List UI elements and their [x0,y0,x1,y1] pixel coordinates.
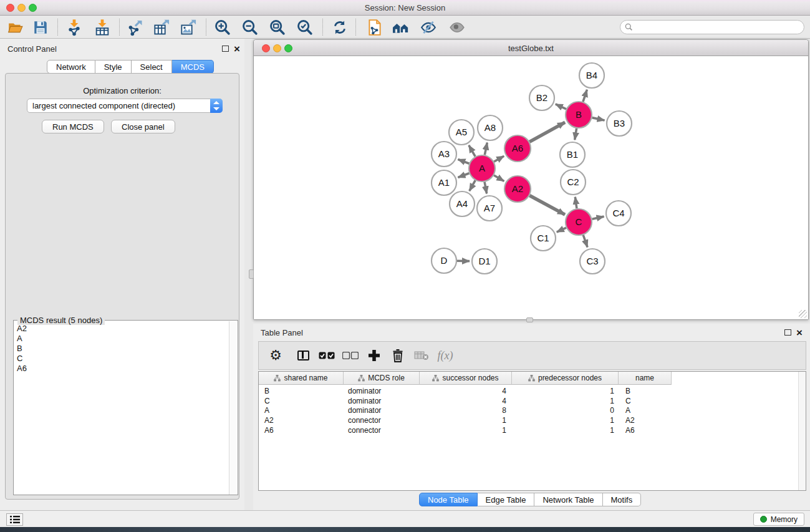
column-header[interactable]: MCDS role [344,372,420,385]
graph-node-A1[interactable]: A1 [432,170,456,195]
graph-node-C4[interactable]: C4 [606,201,631,226]
import-network-button[interactable] [64,17,85,37]
unselect-all-columns-button[interactable] [339,344,362,367]
table-close-icon[interactable]: × [796,330,803,336]
show-log-button[interactable] [6,513,23,526]
select-all-columns-button[interactable] [315,344,339,367]
graph-edge-C-C4[interactable] [592,216,604,219]
graph-node-D[interactable]: D [432,248,456,273]
import-table-button[interactable] [92,17,113,37]
table-scrollbar[interactable] [798,372,806,490]
tab-edge-table[interactable]: Edge Table [478,493,535,506]
table-row[interactable]: A2connector11A2 [259,415,795,425]
graph-edge-A-A3[interactable] [458,159,469,163]
close-panel-button[interactable]: Close panel [111,120,175,133]
save-session-button[interactable] [30,17,51,37]
graph-edge-A-A5[interactable] [469,145,475,157]
tab-network[interactable]: Network [47,60,95,74]
graph-edge-C-C1[interactable] [557,228,566,232]
apply-layout-button[interactable] [329,17,350,37]
column-header[interactable]: predecessor nodes [512,372,619,385]
search-input[interactable] [635,23,791,32]
graph-edge-A-A7[interactable] [485,182,487,194]
graph-node-B4[interactable]: B4 [579,63,604,88]
hide-panel-button[interactable] [418,17,439,37]
mcds-scrollbar[interactable] [229,321,237,495]
mcds-result-item[interactable]: B [14,343,229,353]
export-table-button[interactable] [152,17,173,37]
delete-column-button[interactable] [386,344,410,367]
graph-node-B3[interactable]: B3 [607,111,632,136]
mcds-result-item[interactable]: C [14,353,229,363]
open-session-button[interactable] [5,17,26,37]
zoom-in-button[interactable] [212,17,233,37]
network-from-file-button[interactable] [364,17,385,37]
graph-edge-A-A2[interactable] [494,175,504,181]
zoom-out-button[interactable] [239,17,261,37]
graph-node-A7[interactable]: A7 [477,196,502,221]
export-image-button[interactable] [178,17,200,37]
graph-edge-B-B4[interactable] [583,90,587,102]
graph-node-B2[interactable]: B2 [529,85,554,110]
splitter-grip-left[interactable] [249,269,254,279]
table-float-icon[interactable] [784,329,791,336]
graph-node-C[interactable]: C [566,209,592,235]
graph-node-C3[interactable]: C3 [580,249,605,274]
graph-node-D1[interactable]: D1 [472,249,497,274]
mcds-result-list[interactable]: A2ABCA6 [14,323,229,373]
graph-edge-B-B1[interactable] [575,128,577,140]
column-header[interactable]: name [619,372,672,385]
graph-edge-A-A4[interactable] [470,180,475,191]
tab-network-table[interactable]: Network Table [534,493,602,506]
table-row[interactable]: Bdominator41B [259,386,795,396]
column-header[interactable]: successor nodes [420,372,512,385]
create-column-button[interactable] [362,344,386,367]
graph-edge-C-C2[interactable] [575,197,577,208]
tab-mcds[interactable]: MCDS [172,60,214,74]
graph-edge-B-B3[interactable] [592,118,605,120]
close-panel-icon[interactable]: × [234,46,240,52]
mcds-result-item[interactable]: A6 [14,363,229,373]
graph-node-A2[interactable]: A2 [504,176,531,202]
table-row[interactable]: A6connector11A6 [259,425,795,435]
network-graph[interactable]: B4B2BB3A5A8A6A3B1AA1C2A2A4A7C4CC1C3DD1 [254,56,808,319]
graph-edge-A-A8[interactable] [485,143,487,155]
show-panel-button[interactable] [446,17,468,37]
tab-motifs[interactable]: Motifs [603,493,642,506]
graph-node-A3[interactable]: A3 [432,142,456,167]
mcds-result-item[interactable]: A [14,333,229,343]
table-row[interactable]: Cdominator41C [259,396,795,406]
float-panel-icon[interactable] [222,46,229,52]
graph-edge-A6-B[interactable] [529,122,565,142]
table-options-button[interactable]: ⚙ [264,344,287,367]
function-builder-button[interactable]: f(x) [433,344,457,367]
table-row[interactable]: Adominator80A [259,406,795,416]
tab-select[interactable]: Select [132,60,172,74]
tab-style[interactable]: Style [95,60,132,74]
zoom-selected-button[interactable] [294,17,316,37]
export-network-button[interactable] [125,17,146,37]
graph-edge-B-B2[interactable] [556,104,566,109]
resize-grip-icon[interactable] [799,310,807,318]
zoom-fit-button[interactable] [267,17,288,37]
show-columns-button[interactable] [291,344,315,367]
graph-node-C2[interactable]: C2 [561,170,586,195]
run-mcds-button[interactable]: Run MCDS [42,120,104,133]
graph-node-A[interactable]: A [469,155,495,181]
graph-node-C1[interactable]: C1 [531,226,556,251]
home-view-button[interactable] [390,17,412,37]
optimization-criterion-dropdown[interactable]: largest connected component (directed) [27,99,223,113]
splitter-grip-bottom[interactable] [526,317,533,322]
tab-node-table[interactable]: Node Table [419,493,478,506]
graph-edge-A-A1[interactable] [458,173,469,178]
mcds-result-item[interactable]: A2 [14,323,229,333]
graph-edge-C-C3[interactable] [583,235,587,248]
graph-node-A5[interactable]: A5 [449,120,474,145]
graph-node-B1[interactable]: B1 [560,142,585,167]
graph-node-B[interactable]: B [566,102,592,128]
graph-node-A4[interactable]: A4 [450,191,475,216]
graph-node-A6[interactable]: A6 [504,135,531,162]
memory-button[interactable]: Memory [753,513,804,526]
delete-table-button[interactable] [410,344,433,367]
column-header[interactable]: shared name [259,372,344,385]
